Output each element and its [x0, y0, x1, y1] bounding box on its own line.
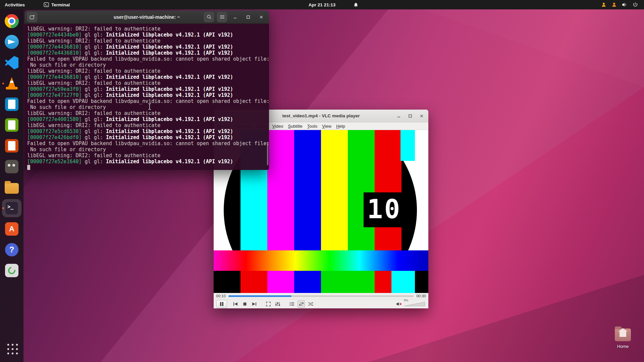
system-status-area: [601, 0, 644, 9]
vlc-timebar: 00:10 00:30: [214, 293, 428, 299]
clock-label: Apr 21 21:13: [309, 2, 335, 7]
seek-slider[interactable]: [228, 295, 414, 297]
volume-percent-label: 0%: [404, 299, 408, 302]
terminal-search-button[interactable]: [204, 12, 214, 22]
previous-button[interactable]: [232, 300, 239, 308]
terminal-line: Failed to open VDPAU backend libvdpau_nv…: [27, 140, 266, 146]
loop-button[interactable]: [298, 300, 305, 308]
user-status-icon[interactable]: [601, 2, 606, 7]
terminal-scrollbar[interactable]: [267, 142, 268, 165]
libreoffice-calc-icon: [5, 118, 18, 132]
help-icon: ?: [5, 243, 18, 256]
terminal-line: libEGL warning: DRI2: failed to authenti…: [27, 38, 266, 44]
dock-item-terminal[interactable]: >_: [2, 199, 21, 217]
terminal-line: libEGL warning: DRI2: failed to authenti…: [27, 26, 266, 32]
vlc-minimize-button[interactable]: [396, 113, 401, 119]
total-time: 00:30: [416, 294, 426, 298]
top-bar: Activities Terminal Apr 21 21:13: [0, 0, 644, 9]
terminal-line: [00007f27e47127f0] gl gl: Initialized li…: [27, 92, 266, 98]
terminal-app-icon: [44, 2, 49, 7]
dock-item-messenger[interactable]: [2, 33, 21, 51]
next-button[interactable]: [251, 300, 258, 308]
volume-slider[interactable]: [404, 302, 426, 306]
elapsed-time: 00:10: [216, 294, 226, 298]
dock-item-vscode[interactable]: [2, 54, 21, 72]
terminal-window: user@user-virtual-machine: ~: [24, 10, 269, 170]
terminal-line: libEGL warning: DRI2: failed to authenti…: [27, 80, 266, 86]
volume-cluster: 0%: [396, 302, 426, 306]
new-tab-button[interactable]: [27, 12, 37, 22]
fullscreen-button[interactable]: [265, 300, 272, 308]
seek-fill: [228, 295, 291, 297]
test-pattern-number: 10: [364, 192, 405, 227]
user-status-icon-2[interactable]: [611, 2, 617, 7]
dock-item-vlc[interactable]: [2, 74, 21, 93]
vlc-icon: [5, 76, 19, 90]
shuffle-button[interactable]: [307, 300, 314, 308]
dock-item-libreoffice-impress[interactable]: [2, 137, 21, 155]
volume-icon[interactable]: [622, 2, 628, 7]
test-pattern-bottom-strip: [214, 271, 428, 293]
terminal-line: libEGL warning: DRI2: failed to authenti…: [27, 153, 266, 159]
stop-button[interactable]: [241, 300, 249, 308]
activities-button[interactable]: Activities: [0, 0, 30, 9]
messenger-icon: [5, 35, 19, 49]
gimp-icon: [5, 160, 18, 173]
vlc-maximize-button[interactable]: [407, 113, 413, 119]
terminal-menu-button[interactable]: [217, 12, 227, 22]
notification-bell[interactable]: [353, 0, 359, 9]
terminal-headerbar[interactable]: user@user-virtual-machine: ~: [24, 10, 269, 24]
home-shortcut[interactable]: Home: [612, 328, 633, 349]
dock-item-files[interactable]: [2, 178, 21, 196]
desktop: Activities Terminal Apr 21 21:13: [0, 0, 644, 362]
dock-item-ubuntu-software[interactable]: A: [2, 220, 21, 238]
extended-settings-button[interactable]: [274, 300, 281, 308]
terminal-line: No such file or directory: [27, 146, 266, 153]
vlc-menu-item[interactable]: View: [320, 123, 334, 129]
libreoffice-impress-icon: [5, 139, 18, 153]
terminal-line: Failed to open VDPAU backend libvdpau_nv…: [27, 98, 266, 104]
dock: >_ A ?: [0, 9, 23, 362]
terminal-maximize-button[interactable]: [243, 12, 253, 22]
vlc-menu-item[interactable]: Tools: [305, 123, 320, 129]
terminal-line: [00007f27e4436810] gl gl: Initialized li…: [27, 74, 266, 80]
terminal-line: libEGL warning: DRI2: failed to authenti…: [27, 110, 266, 116]
pause-button[interactable]: [216, 300, 227, 308]
chrome-icon: [5, 14, 19, 28]
terminal-glyph: >_: [7, 204, 13, 210]
dock-item-gimp[interactable]: [2, 158, 21, 176]
ubuntu-software-icon: A: [5, 222, 18, 236]
playlist-button[interactable]: [288, 300, 296, 308]
mute-icon[interactable]: [396, 302, 402, 306]
show-apps-grid-icon: [5, 342, 18, 355]
home-folder-icon: [615, 328, 631, 341]
clock-button[interactable]: Apr 21 21:13: [305, 0, 339, 9]
power-icon[interactable]: [633, 2, 638, 7]
vlc-menu-item[interactable]: Subtitle: [285, 123, 305, 129]
terminal-minimize-button[interactable]: [230, 12, 240, 22]
terminal-line: [00007f27e4434be0] gl gl: Initialized li…: [27, 32, 266, 38]
show-applications-button[interactable]: [2, 339, 21, 357]
home-label: Home: [612, 344, 633, 349]
terminal-line: [00007f27e4001580] gl gl: Initialized li…: [27, 116, 266, 122]
files-icon: [5, 183, 19, 194]
dock-item-libreoffice-calc[interactable]: [2, 116, 21, 134]
dock-item-chrome[interactable]: [2, 12, 21, 30]
terminal-line: [00007f27e5cd6530] gl gl: Initialized li…: [27, 128, 266, 134]
terminal-line: [00007f27e59ea3f0] gl gl: Initialized li…: [27, 86, 266, 92]
terminal-line: [00007f27e52e1640] gl gl: Initialized li…: [27, 159, 266, 165]
terminal-line: [00007f27e4436810] gl gl: Initialized li…: [27, 44, 266, 50]
bell-icon: [353, 2, 359, 7]
terminal-line: libEGL warning: DRI2: failed to authenti…: [27, 68, 266, 74]
terminal-close-button[interactable]: [256, 12, 266, 22]
dock-item-help[interactable]: ?: [2, 241, 21, 259]
software-updater-icon: [5, 264, 18, 277]
dock-item-libreoffice-writer[interactable]: [2, 95, 21, 113]
terminal-output-area[interactable]: libEGL warning: DRI2: failed to authenti…: [24, 24, 269, 170]
vlc-menu-item[interactable]: Help: [334, 123, 347, 129]
terminal-line: [00007f27e4436810] gl gl: Initialized li…: [27, 50, 266, 56]
dock-item-software-updater[interactable]: [2, 261, 21, 280]
focused-app-indicator[interactable]: Terminal: [39, 0, 74, 9]
vlc-close-button[interactable]: [419, 113, 424, 119]
vlc-menu-item[interactable]: Video: [270, 123, 285, 129]
